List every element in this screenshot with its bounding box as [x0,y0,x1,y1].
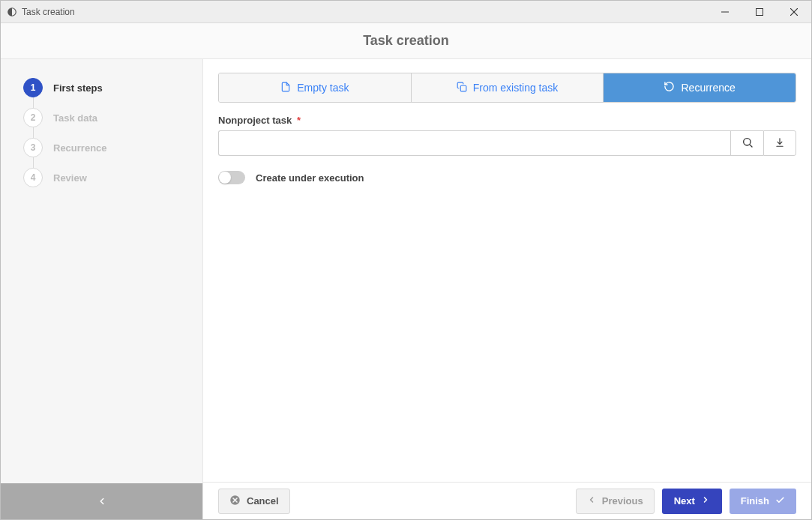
sidebar-collapse-button[interactable] [1,483,202,519]
pin-down-icon [775,137,785,150]
check-icon [775,495,785,507]
button-label: Finish [741,495,769,507]
search-icon [742,136,754,151]
svg-point-6 [743,138,750,145]
sidebar: 1 First steps 2 Task data 3 Recurrence 4… [1,59,203,519]
body: 1 First steps 2 Task data 3 Recurrence 4… [1,59,811,519]
titlebar: Task creation [1,1,811,23]
cancel-icon [229,495,241,508]
chevron-left-icon [587,495,596,507]
create-under-execution-toggle[interactable] [218,171,245,184]
step-review[interactable]: 4 Review [23,163,190,193]
button-label: Previous [602,495,643,507]
tab-label: Recurrence [681,82,735,94]
tab-label: From existing task [473,82,559,94]
window-title: Task creation [22,7,75,17]
step-first-steps[interactable]: 1 First steps [23,73,190,103]
tab-recurrence[interactable]: Recurrence [604,73,796,102]
step-recurrence[interactable]: 3 Recurrence [23,133,190,163]
step-number: 2 [23,108,43,127]
step-task-data[interactable]: 2 Task data [23,103,190,133]
cancel-button[interactable]: Cancel [218,489,290,514]
refresh-icon [664,81,675,94]
footer: Cancel Previous Next Finish [203,482,811,519]
finish-button[interactable]: Finish [730,489,796,514]
step-number: 1 [23,78,43,97]
tab-from-existing[interactable]: From existing task [412,73,604,102]
nonproject-task-input-row [218,130,796,156]
file-icon [280,81,291,95]
svg-rect-2 [757,8,763,15]
step-label: Task data [53,112,97,124]
nonproject-task-input[interactable] [218,130,730,156]
pick-button[interactable] [763,130,796,156]
button-label: Cancel [247,495,279,507]
lookup-button[interactable] [730,130,763,156]
step-label: First steps [53,82,103,94]
next-button[interactable]: Next [662,489,722,514]
svg-rect-5 [460,85,466,91]
app-icon [7,7,17,17]
copy-icon [457,81,467,95]
step-number: 3 [23,138,43,157]
close-button[interactable] [777,1,811,23]
svg-line-7 [750,145,752,147]
maximize-button[interactable] [742,1,777,23]
tab-label: Empty task [297,82,349,94]
step-label: Recurrence [53,142,107,154]
main: Empty task From existing task Recurrence [203,59,811,519]
task-type-tabs: Empty task From existing task Recurrence [218,73,796,103]
nonproject-task-label: Nonproject task * [218,115,796,126]
step-number: 4 [23,168,43,187]
minimize-button[interactable] [708,1,742,23]
toggle-label: Create under execution [256,172,364,184]
required-mark: * [297,115,301,126]
window: Task creation Task creation 1 First step… [0,0,812,520]
wizard-steps: 1 First steps 2 Task data 3 Recurrence 4… [1,59,202,483]
previous-button[interactable]: Previous [576,489,655,514]
page-header: Task creation [1,23,811,59]
button-label: Next [674,495,695,507]
step-label: Review [53,172,87,184]
chevron-right-icon [701,495,710,507]
tab-empty-task[interactable]: Empty task [219,73,412,102]
content: Empty task From existing task Recurrence [203,59,811,482]
page-title: Task creation [363,33,449,49]
create-under-execution-row: Create under execution [218,171,796,184]
